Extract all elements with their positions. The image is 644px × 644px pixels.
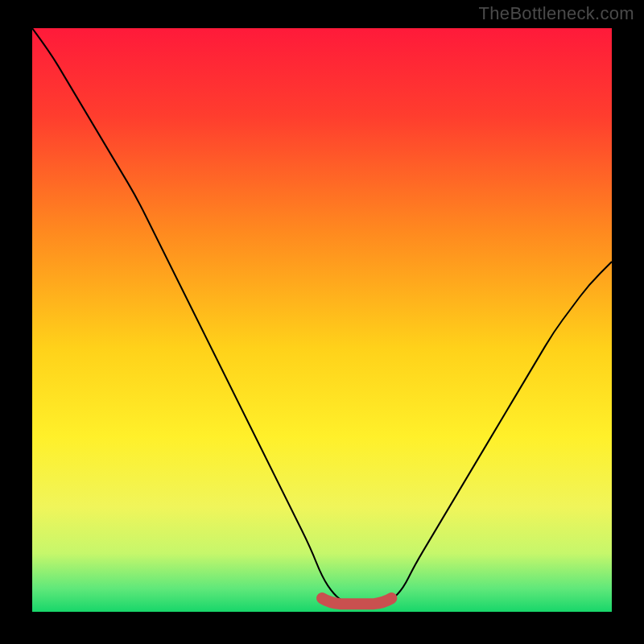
chart-svg (32, 28, 612, 612)
optimal-range-highlight (322, 598, 391, 604)
watermark-text: TheBottleneck.com (479, 3, 634, 24)
plot-area (32, 28, 612, 612)
gradient-background (32, 28, 612, 612)
chart-frame: TheBottleneck.com (0, 0, 644, 644)
